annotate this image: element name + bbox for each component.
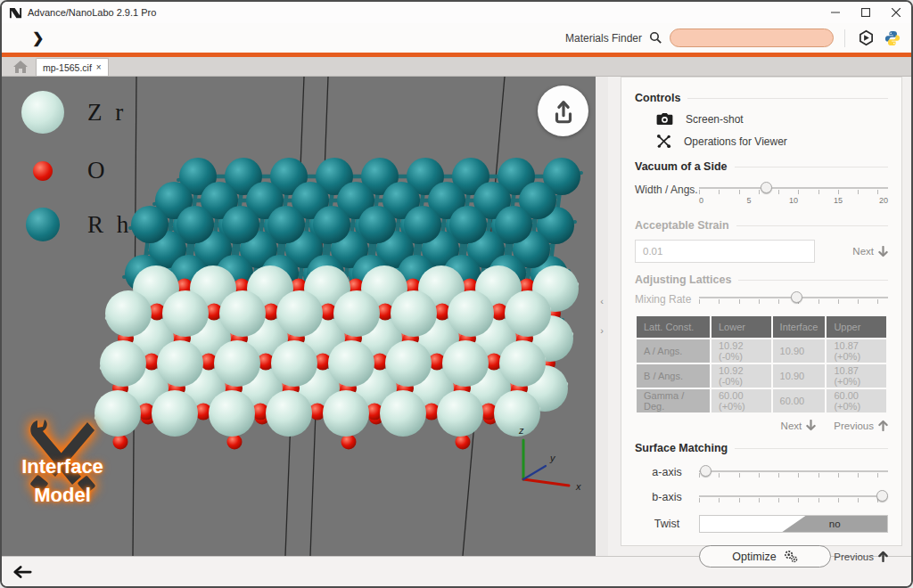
- table-cell: B / Angs.: [637, 364, 710, 388]
- svg-text:z: z: [518, 425, 524, 436]
- screenshot-label: Screen-shot: [686, 113, 744, 126]
- back-button[interactable]: [12, 565, 32, 579]
- mixing-rate-label: Mixing Rate: [635, 291, 699, 306]
- title-bar: Advance/NanoLabo 2.9.1 Pro: [2, 2, 911, 23]
- tab-bar: mp-1565.cif ×: [2, 57, 911, 77]
- strain-next-button[interactable]: Next: [852, 246, 888, 257]
- window-title: Advance/NanoLabo 2.9.1 Pro: [28, 7, 820, 18]
- o-atom-swatch: [33, 161, 53, 181]
- vacuum-width-label: Width / Angs.: [635, 182, 699, 196]
- table-cell: 10.87 (+0%): [827, 339, 886, 363]
- operations-molecule-icon: [656, 134, 671, 149]
- structure-viewport[interactable]: zxy Z r O R h: [2, 77, 596, 556]
- legend-label-o: O: [87, 157, 109, 184]
- legend-item-o: O: [21, 157, 132, 184]
- vacuum-tick-labels: 05101520: [699, 196, 888, 205]
- vacuum-width-slider[interactable]: 05101520: [699, 182, 888, 196]
- collapse-left-chevron-icon[interactable]: ‹: [600, 297, 604, 306]
- strain-section-header: Acceptable Strain: [635, 219, 888, 232]
- svg-text:x: x: [575, 481, 581, 492]
- lattice-next-button[interactable]: Next: [781, 420, 817, 431]
- app-window: Advance/NanoLabo 2.9.1 Pro ❯ Materials F…: [0, 0, 913, 588]
- tab-close-icon[interactable]: ×: [96, 62, 102, 72]
- orientation-axes-icon: zxy: [518, 425, 581, 492]
- molecule-hexagon-icon[interactable]: [856, 29, 876, 48]
- interface-model-label: Interface Model: [5, 453, 119, 510]
- expand-menu-chevron-icon[interactable]: ❯: [32, 29, 44, 46]
- materials-finder-input[interactable]: [670, 29, 834, 47]
- interface-model-watermark: Interface Model: [5, 415, 119, 522]
- twist-toggle[interactable]: no: [699, 515, 888, 533]
- screenshot-button[interactable]: Screen-shot: [656, 112, 888, 126]
- table-row: Gamma / Deg.60.00 (+0%)60.0060.00 (+0%): [637, 389, 886, 412]
- svg-text:y: y: [549, 453, 556, 463]
- vacuum-width-row: Width / Angs. 05101520: [635, 182, 888, 196]
- arrow-down-icon: [878, 246, 888, 257]
- app-logo-icon: [9, 6, 22, 20]
- table-cell: 10.92 (-0%): [711, 364, 771, 388]
- a-axis-row: a-axis: [635, 465, 888, 479]
- legend-item-rh: R h: [21, 208, 132, 241]
- twist-label: Twist: [635, 518, 699, 530]
- toolbar: ❯ Materials Finder: [2, 23, 911, 53]
- adjusting-section-header: Adjusting Lattices: [635, 274, 888, 286]
- home-icon[interactable]: [11, 58, 30, 76]
- close-button[interactable]: [881, 2, 911, 23]
- python-icon[interactable]: [883, 29, 902, 48]
- table-row: B / Angs.10.92 (-0%)10.9010.87 (+0%): [637, 364, 886, 388]
- table-header-cell: Upper: [827, 316, 886, 338]
- lattice-table-body: A / Angs.10.92 (-0%)10.9010.87 (+0%)B / …: [637, 339, 886, 412]
- strain-row: Next: [635, 240, 888, 263]
- table-cell: 10.87 (+0%): [827, 364, 886, 388]
- maximize-button[interactable]: [851, 2, 881, 23]
- b-axis-slider[interactable]: [699, 490, 888, 504]
- optimize-row: Optimize Previous: [635, 545, 888, 568]
- legend-item-zr: Z r: [21, 91, 132, 134]
- camera-icon: [656, 112, 673, 126]
- gears-icon: [784, 550, 798, 563]
- twist-row: Twist no: [635, 515, 888, 533]
- lattice-table-head-row: Latt. Const.LowerInterfaceUpper: [637, 316, 886, 338]
- search-icon: [649, 31, 662, 45]
- table-cell: 60.00: [773, 389, 826, 412]
- tab-label: mp-1565.cif: [43, 62, 92, 73]
- export-icon: [550, 98, 577, 125]
- legend-label-rh: R h: [87, 211, 132, 239]
- operations-for-viewer-button[interactable]: Operations for Viewer: [656, 134, 888, 149]
- mixing-rate-row: Mixing Rate: [635, 291, 888, 306]
- mixing-rate-slider[interactable]: [699, 291, 888, 306]
- atoms-and-bonds: [95, 158, 581, 450]
- minimize-button[interactable]: [820, 2, 851, 23]
- collapse-right-chevron-icon[interactable]: ›: [600, 326, 604, 336]
- b-axis-thumb[interactable]: [876, 490, 888, 502]
- surface-previous-button[interactable]: Previous: [834, 551, 888, 562]
- table-cell: A / Angs.: [637, 339, 710, 363]
- table-cell: 60.00 (+0%): [827, 389, 886, 412]
- a-axis-slider[interactable]: [699, 465, 888, 479]
- optimize-button[interactable]: Optimize: [699, 545, 831, 568]
- lattice-previous-button[interactable]: Previous: [834, 420, 888, 431]
- arrow-up-icon: [878, 551, 888, 562]
- lattice-table: Latt. Const.LowerInterfaceUpper A / Angs…: [635, 314, 888, 414]
- settings-panel: Controls Screen-shot Operations for View…: [621, 77, 902, 546]
- tab-mp-1565[interactable]: mp-1565.cif ×: [36, 58, 109, 76]
- surface-matching-header: Surface Matching: [635, 442, 888, 454]
- toolbar-separator: [844, 29, 845, 47]
- arrow-up-icon: [878, 420, 888, 431]
- strain-input[interactable]: [635, 240, 815, 263]
- export-screenshot-button[interactable]: [538, 86, 588, 136]
- legend-label-zr: Z r: [87, 99, 127, 127]
- b-axis-row: b-axis: [635, 490, 888, 504]
- table-cell: Gamma / Deg.: [637, 389, 710, 412]
- table-header-cell: Interface: [773, 316, 826, 338]
- table-cell: 60.00 (+0%): [711, 389, 771, 412]
- panel-collapse-strip: ‹ ›: [596, 77, 608, 556]
- table-cell: 10.90: [773, 339, 826, 363]
- atom-legend: Z r O R h: [21, 91, 132, 265]
- zr-atom-swatch: [21, 91, 64, 134]
- twist-state-value: no: [782, 516, 887, 532]
- b-axis-label: b-axis: [635, 491, 699, 503]
- materials-finder-label: Materials Finder: [565, 32, 642, 45]
- rh-atom-swatch: [26, 208, 60, 241]
- operations-label: Operations for Viewer: [684, 135, 787, 148]
